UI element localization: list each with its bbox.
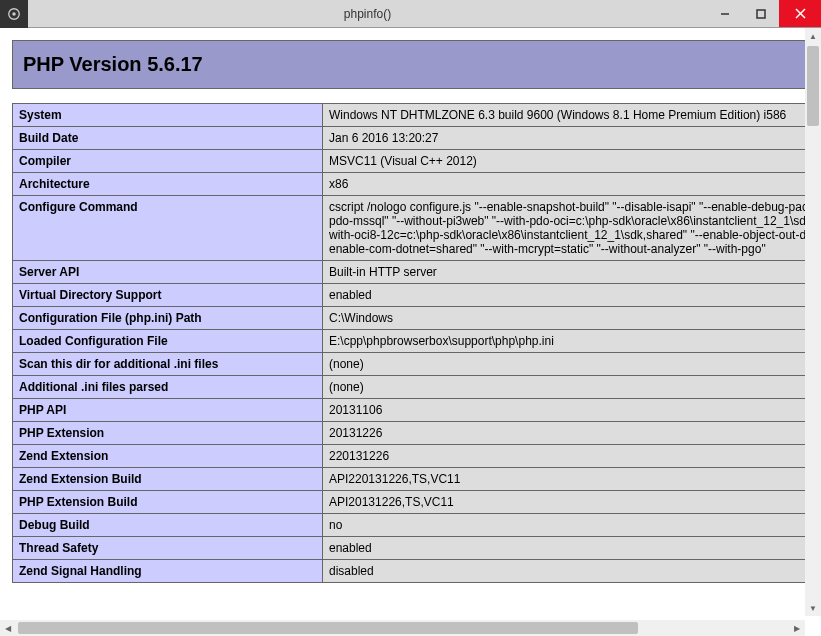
config-value: disabled	[323, 560, 822, 583]
config-value: Jan 6 2016 13:20:27	[323, 127, 822, 150]
table-row: Zend Extension BuildAPI220131226,TS,VC11	[13, 468, 822, 491]
table-row: Configure Commandcscript /nologo configu…	[13, 196, 822, 261]
content-area: PHP Version 5.6.17 SystemWindows NT DHTM…	[0, 28, 821, 636]
minimize-button[interactable]	[707, 0, 743, 27]
config-value: C:\Windows	[323, 307, 822, 330]
config-value: enabled	[323, 284, 822, 307]
config-label: Loaded Configuration File	[13, 330, 323, 353]
svg-point-1	[12, 12, 16, 16]
config-label: Architecture	[13, 173, 323, 196]
config-label: Zend Signal Handling	[13, 560, 323, 583]
scroll-down-icon[interactable]: ▼	[805, 600, 821, 616]
table-row: PHP Extension BuildAPI20131226,TS,VC11	[13, 491, 822, 514]
config-label: Zend Extension Build	[13, 468, 323, 491]
table-row: Architecturex86	[13, 173, 822, 196]
config-label: Virtual Directory Support	[13, 284, 323, 307]
config-label: Thread Safety	[13, 537, 323, 560]
config-value: API20131226,TS,VC11	[323, 491, 822, 514]
horizontal-scrollbar-thumb[interactable]	[18, 622, 638, 634]
config-value: 220131226	[323, 445, 822, 468]
php-info-table: SystemWindows NT DHTMLZONE 6.3 build 960…	[12, 103, 821, 583]
svg-rect-3	[757, 10, 765, 18]
table-row: Additional .ini files parsed(none)	[13, 376, 822, 399]
config-value: (none)	[323, 376, 822, 399]
vertical-scrollbar-thumb[interactable]	[807, 46, 819, 126]
config-label: Configure Command	[13, 196, 323, 261]
config-value: enabled	[323, 537, 822, 560]
vertical-scrollbar[interactable]: ▲ ▼	[805, 28, 821, 616]
config-value: no	[323, 514, 822, 537]
table-row: Thread Safetyenabled	[13, 537, 822, 560]
config-value: (none)	[323, 353, 822, 376]
config-label: Scan this dir for additional .ini files	[13, 353, 323, 376]
config-label: PHP API	[13, 399, 323, 422]
maximize-button[interactable]	[743, 0, 779, 27]
page-title: PHP Version 5.6.17	[23, 53, 821, 76]
config-value: E:\cpp\phpbrowserbox\support\php\php.ini	[323, 330, 822, 353]
table-row: Virtual Directory Supportenabled	[13, 284, 822, 307]
table-row: Loaded Configuration FileE:\cpp\phpbrows…	[13, 330, 822, 353]
config-value: 20131226	[323, 422, 822, 445]
config-value: MSVC11 (Visual C++ 2012)	[323, 150, 822, 173]
table-row: Configuration File (php.ini) PathC:\Wind…	[13, 307, 822, 330]
table-row: Debug Buildno	[13, 514, 822, 537]
table-row: PHP Extension20131226	[13, 422, 822, 445]
table-row: Scan this dir for additional .ini files(…	[13, 353, 822, 376]
config-label: Configuration File (php.ini) Path	[13, 307, 323, 330]
config-value: Built-in HTTP server	[323, 261, 822, 284]
scroll-right-icon[interactable]: ▶	[789, 620, 805, 636]
window-title: phpinfo()	[28, 7, 707, 21]
config-label: Additional .ini files parsed	[13, 376, 323, 399]
config-value: API220131226,TS,VC11	[323, 468, 822, 491]
table-row: Zend Extension220131226	[13, 445, 822, 468]
config-label: PHP Extension Build	[13, 491, 323, 514]
config-label: Compiler	[13, 150, 323, 173]
config-label: Debug Build	[13, 514, 323, 537]
config-label: PHP Extension	[13, 422, 323, 445]
window-controls	[707, 0, 821, 27]
config-label: System	[13, 104, 323, 127]
config-value: Windows NT DHTMLZONE 6.3 build 9600 (Win…	[323, 104, 822, 127]
config-value: cscript /nologo configure.js "--enable-s…	[323, 196, 822, 261]
table-row: Build DateJan 6 2016 13:20:27	[13, 127, 822, 150]
minimize-icon	[720, 9, 730, 19]
table-row: SystemWindows NT DHTMLZONE 6.3 build 960…	[13, 104, 822, 127]
horizontal-scrollbar[interactable]: ◀ ▶	[0, 620, 805, 636]
table-row: Server APIBuilt-in HTTP server	[13, 261, 822, 284]
scroll-up-icon[interactable]: ▲	[805, 28, 821, 44]
window-titlebar: phpinfo()	[0, 0, 821, 28]
table-row: CompilerMSVC11 (Visual C++ 2012)	[13, 150, 822, 173]
php-version-header: PHP Version 5.6.17	[12, 40, 821, 89]
close-button[interactable]	[779, 0, 821, 27]
maximize-icon	[756, 9, 766, 19]
config-label: Server API	[13, 261, 323, 284]
config-label: Zend Extension	[13, 445, 323, 468]
config-label: Build Date	[13, 127, 323, 150]
app-icon	[0, 0, 28, 28]
table-row: Zend Signal Handlingdisabled	[13, 560, 822, 583]
close-icon	[795, 8, 806, 19]
table-row: PHP API20131106	[13, 399, 822, 422]
scroll-left-icon[interactable]: ◀	[0, 620, 16, 636]
config-value: 20131106	[323, 399, 822, 422]
config-value: x86	[323, 173, 822, 196]
